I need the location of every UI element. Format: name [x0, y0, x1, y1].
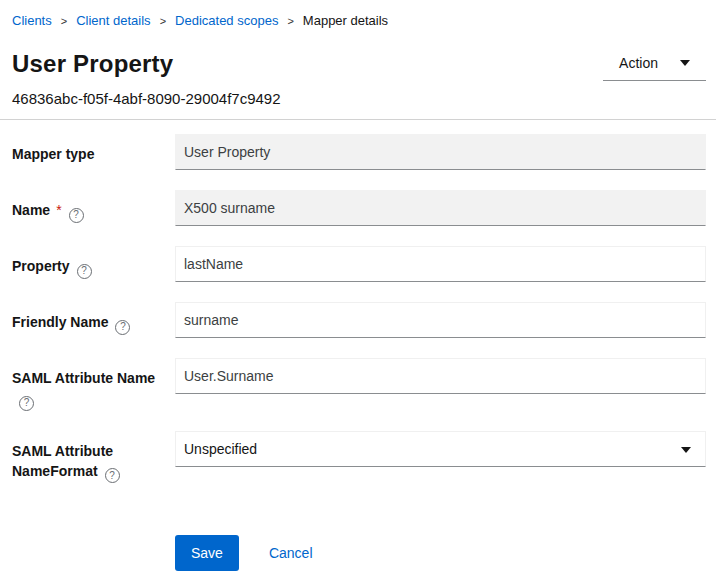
field-label-text: Mapper type [12, 146, 94, 162]
form-row-name: Name*? [12, 190, 706, 226]
saml-attribute-nameformat-select[interactable]: Unspecified [175, 431, 706, 467]
field-label-friendly-name: Friendly Name? [12, 302, 175, 335]
help-icon[interactable]: ? [105, 468, 120, 483]
mapper-type-input[interactable] [175, 134, 706, 170]
breadcrumb-item-dedicated-scopes[interactable]: Dedicated scopes [175, 13, 278, 29]
help-icon[interactable]: ? [19, 396, 34, 411]
mapper-id: 46836abc-f05f-4abf-8090-29004f7c9492 [12, 90, 706, 108]
breadcrumb-item-mapper-details: Mapper details [303, 13, 388, 29]
field-label-text: Friendly Name [12, 314, 108, 330]
saml-attribute-name-input[interactable] [175, 358, 706, 394]
select-selected-value: Unspecified [184, 441, 257, 457]
field-control-name [175, 190, 706, 226]
field-control-saml-attribute-nameformat: Unspecified [175, 431, 706, 467]
field-label-saml-attribute-name: SAML Attribute Name? [12, 358, 175, 411]
field-label-text: SAML Attribute Name [12, 370, 155, 386]
form-row-property: Property? [12, 246, 706, 282]
mapper-details-page: Clients>Client details>Dedicated scopes>… [0, 0, 716, 571]
form-row-saml-attribute-name: SAML Attribute Name? [12, 358, 706, 411]
field-label-property: Property? [12, 246, 175, 279]
field-label-mapper-type: Mapper type [12, 134, 175, 164]
form-row-mapper-type: Mapper type [12, 134, 706, 170]
field-label-text: SAML Attribute NameFormat [12, 443, 113, 479]
form-actions: Save Cancel [175, 535, 706, 571]
field-control-friendly-name [175, 302, 706, 338]
help-icon[interactable]: ? [77, 264, 92, 279]
form-row-saml-attribute-nameformat: SAML Attribute NameFormat?Unspecified [12, 431, 706, 484]
help-icon[interactable]: ? [69, 208, 84, 223]
name-input[interactable] [175, 190, 706, 226]
save-button[interactable]: Save [175, 535, 239, 571]
form-row-friendly-name: Friendly Name? [12, 302, 706, 338]
breadcrumb: Clients>Client details>Dedicated scopes>… [12, 0, 706, 29]
field-label-name: Name*? [12, 190, 175, 223]
field-control-mapper-type [175, 134, 706, 170]
cancel-button[interactable]: Cancel [269, 545, 313, 561]
action-dropdown-button[interactable]: Action [603, 45, 706, 81]
field-control-property [175, 246, 706, 282]
field-label-saml-attribute-nameformat: SAML Attribute NameFormat? [12, 431, 175, 484]
page-header: User Property Action [12, 49, 706, 81]
breadcrumb-divider-icon: > [61, 12, 67, 29]
help-icon[interactable]: ? [115, 320, 130, 335]
breadcrumb-divider-icon: > [160, 12, 166, 29]
friendly-name-input[interactable] [175, 302, 706, 338]
page-title: User Property [12, 49, 173, 79]
chevron-down-icon [681, 447, 691, 453]
action-dropdown-label: Action [619, 55, 658, 71]
required-asterisk: * [56, 202, 61, 218]
breadcrumb-item-clients[interactable]: Clients [12, 13, 52, 29]
field-label-text: Name [12, 202, 50, 218]
field-label-text: Property [12, 258, 70, 274]
property-input[interactable] [175, 246, 706, 282]
chevron-down-icon [680, 60, 690, 66]
breadcrumb-item-client-details[interactable]: Client details [76, 13, 150, 29]
breadcrumb-divider-icon: > [287, 12, 293, 29]
mapper-form: Mapper typeName*?Property?Friendly Name?… [12, 120, 706, 483]
field-control-saml-attribute-name [175, 358, 706, 394]
